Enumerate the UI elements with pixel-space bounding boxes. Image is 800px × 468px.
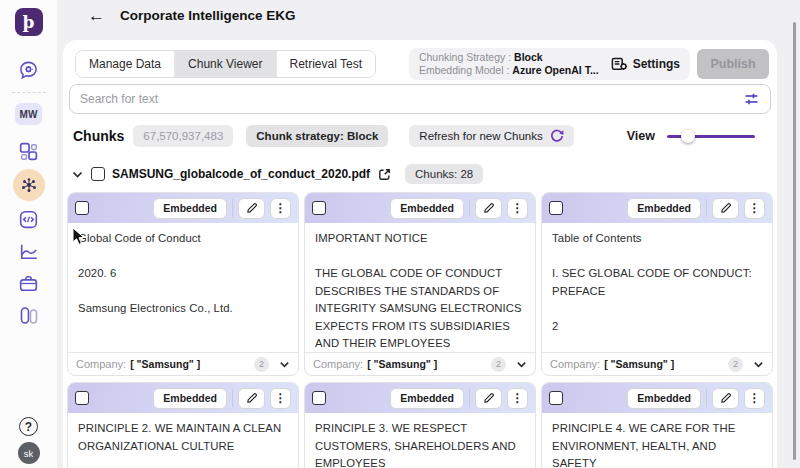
metadata-value: [ "Samsung" ] [604, 358, 674, 370]
chunk-card-header: Embedded ⋮ [305, 383, 535, 413]
help-icon[interactable]: ? [19, 417, 38, 436]
embedded-badge: Embedded [153, 198, 227, 219]
file-row: SAMSUNG_globalcode_of_conduct_2020.pdf C… [71, 164, 771, 184]
chunk-checkbox[interactable] [75, 201, 89, 215]
edit-chunk-button[interactable] [712, 388, 739, 409]
metadata-count-badge: 2 [254, 357, 269, 372]
embedded-badge: Embedded [627, 388, 701, 409]
chunks-title: Chunks [73, 128, 124, 144]
open-external-icon[interactable] [377, 167, 392, 182]
briefcase-icon[interactable] [17, 271, 41, 295]
app-logo[interactable]: þ [15, 8, 43, 36]
view-slider-thumb[interactable] [681, 129, 695, 143]
chunk-card: Embedded ⋮ PRINCIPLE 4. WE CARE FOR THE … [541, 382, 773, 468]
chunk-menu-button[interactable]: ⋮ [507, 388, 528, 409]
chunk-menu-button[interactable]: ⋮ [744, 198, 765, 219]
chunk-checkbox[interactable] [312, 201, 326, 215]
metadata-count-badge: 2 [491, 357, 506, 372]
chunk-card: Embedded ⋮ IMPORTANT NOTICE THE GLOBAL C… [304, 192, 536, 376]
chunk-text[interactable]: IMPORTANT NOTICE THE GLOBAL CODE OF COND… [305, 223, 535, 352]
search-bar [69, 84, 771, 114]
refresh-icon [550, 129, 564, 143]
header-divider [469, 389, 470, 407]
embedded-badge: Embedded [390, 388, 464, 409]
sidebar: þ MW [0, 0, 57, 468]
tab-retrieval-test[interactable]: Retrieval Test [276, 51, 375, 77]
view-label: View [627, 129, 655, 143]
apps-blocks-icon[interactable] [17, 139, 41, 163]
chunk-menu-button[interactable]: ⋮ [270, 388, 291, 409]
chunk-checkbox[interactable] [75, 391, 89, 405]
chunk-text[interactable]: PRINCIPLE 3. WE RESPECT CUSTOMERS, SHARE… [305, 413, 535, 468]
pencil-icon [246, 202, 258, 214]
chunk-card-footer: Company: [ "Samsung" ] 2 [542, 352, 772, 375]
file-checkbox[interactable] [91, 167, 105, 181]
chunk-card: Embedded ⋮ PRINCIPLE 2. WE MAINTAIN A CL… [67, 382, 299, 468]
chunks-total-count: 67,570,937,483 [133, 125, 233, 147]
sidebar-item-knowledge-graph[interactable] [13, 169, 45, 201]
chunk-checkbox[interactable] [549, 391, 563, 405]
chunking-strategy-label: Chunking Strategy : [419, 51, 511, 63]
chat-assistant-icon[interactable] [17, 58, 41, 82]
chunk-menu-button[interactable]: ⋮ [744, 388, 765, 409]
pencil-icon [720, 392, 732, 404]
chunk-text[interactable]: Global Code of Conduct 2020. 6 Samsung E… [68, 223, 298, 352]
chunk-card: Embedded ⋮ Global Code of Conduct 2020. … [67, 192, 299, 376]
page-title: Corporate Intelligence EKG [120, 8, 296, 23]
footer-chevron-icon[interactable] [516, 359, 527, 370]
footer-chevron-icon[interactable] [279, 359, 290, 370]
vertical-scrollbar[interactable] [793, 22, 797, 460]
tab-group: Manage Data Chunk Viewer Retrieval Test [75, 50, 376, 78]
workspace-chip[interactable]: MW [15, 103, 42, 125]
header-divider [706, 199, 707, 217]
chunking-strategy-value: Block [514, 51, 543, 63]
chunk-text[interactable]: PRINCIPLE 4. WE CARE FOR THE ENVIRONMENT… [542, 413, 772, 468]
refresh-chunks-button[interactable]: Refresh for new Chunks [409, 125, 573, 147]
search-input[interactable] [80, 92, 743, 106]
publish-button[interactable]: Publish [697, 49, 769, 79]
chunk-strategy-pill: Chunk strategy: Block [246, 125, 388, 147]
metadata-value: [ "Samsung" ] [367, 358, 437, 370]
settings-gear-icon [611, 56, 628, 72]
view-control: View [627, 129, 755, 143]
embedding-model-label: Embedding Model : [419, 64, 509, 76]
back-arrow-icon[interactable]: ← [88, 7, 105, 24]
footer-chevron-icon[interactable] [753, 359, 764, 370]
chunk-card-footer: Company: [ "Samsung" ] 2 [68, 352, 298, 375]
user-avatar[interactable]: sk [18, 442, 40, 464]
chunk-menu-button[interactable]: ⋮ [507, 198, 528, 219]
config-values: Chunking Strategy : Block Embedding Mode… [419, 51, 599, 77]
edit-chunk-button[interactable] [475, 388, 502, 409]
chunk-card: Embedded ⋮ PRINCIPLE 3. WE RESPECT CUSTO… [304, 382, 536, 468]
header-divider [469, 199, 470, 217]
chunk-card-header: Embedded ⋮ [542, 193, 772, 223]
chunk-checkbox[interactable] [312, 391, 326, 405]
storage-cylinders-icon[interactable] [17, 303, 41, 329]
chunk-card-header: Embedded ⋮ [542, 383, 772, 413]
expand-chevron-icon[interactable] [71, 168, 84, 181]
network-icon [18, 174, 40, 196]
filter-tune-icon[interactable] [743, 91, 760, 107]
file-chunks-pill: Chunks: 28 [405, 164, 483, 184]
edit-chunk-button[interactable] [712, 198, 739, 219]
chunk-card-header: Embedded ⋮ [305, 193, 535, 223]
tab-manage-data[interactable]: Manage Data [76, 51, 174, 77]
settings-label: Settings [633, 57, 680, 71]
tab-chunk-viewer[interactable]: Chunk Viewer [174, 51, 275, 77]
chunk-card-header: Embedded ⋮ [68, 193, 298, 223]
edit-chunk-button[interactable] [238, 198, 265, 219]
chunk-checkbox[interactable] [549, 201, 563, 215]
analytics-chart-icon[interactable] [17, 239, 41, 263]
view-slider[interactable] [667, 129, 755, 143]
chunk-menu-button[interactable]: ⋮ [270, 198, 291, 219]
chunk-card: Embedded ⋮ Table of Contents I. SEC GLOB… [541, 192, 773, 376]
chunk-text[interactable]: PRINCIPLE 2. WE MAINTAIN A CLEAN ORGANIZ… [68, 413, 298, 468]
settings-button[interactable]: Settings [611, 56, 680, 72]
metadata-key: Company: [550, 358, 600, 370]
file-name: SAMSUNG_globalcode_of_conduct_2020.pdf [112, 167, 370, 181]
edit-chunk-button[interactable] [475, 198, 502, 219]
embedding-model-line: Embedding Model : Azure OpenAI T... [419, 64, 599, 77]
edit-chunk-button[interactable] [238, 388, 265, 409]
code-icon[interactable] [17, 207, 41, 231]
chunk-text[interactable]: Table of Contents I. SEC GLOBAL CODE OF … [542, 223, 772, 352]
